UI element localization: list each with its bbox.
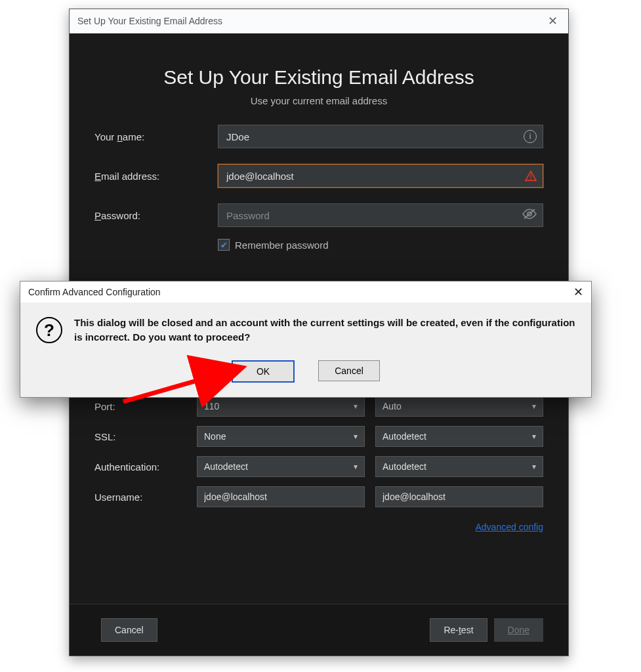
email-label: Email address:: [94, 171, 218, 182]
page-subtitle: Use your current email address: [70, 95, 568, 106]
incoming-ssl-select[interactable]: None▾: [197, 426, 365, 447]
name-label: Your name:: [94, 131, 218, 142]
port-label: Port:: [94, 401, 186, 412]
cancel-button[interactable]: Cancel: [318, 360, 380, 381]
incoming-username-input[interactable]: [197, 486, 365, 507]
heading-block: Set Up Your Existing Email Address Use y…: [70, 66, 568, 106]
remember-password-checkbox[interactable]: ✔: [218, 239, 230, 251]
outgoing-username-input[interactable]: [375, 486, 543, 507]
password-label: Password:: [94, 210, 218, 221]
email-input[interactable]: [218, 164, 543, 188]
password-input[interactable]: [218, 203, 543, 227]
close-icon[interactable]: ✕: [573, 285, 583, 299]
chevron-down-icon: ▾: [354, 462, 358, 471]
incoming-auth-select[interactable]: Autodetect▾: [197, 456, 365, 477]
ssl-label: SSL:: [94, 431, 186, 442]
close-icon[interactable]: ✕: [545, 14, 560, 28]
dialog-titlebar: Confirm Advanced Configuration ✕: [20, 282, 591, 303]
ok-button[interactable]: OK: [232, 360, 295, 383]
done-button: Done: [494, 618, 543, 642]
page-title: Set Up Your Existing Email Address: [70, 66, 568, 89]
chevron-down-icon: ▾: [354, 402, 358, 411]
incoming-port-select[interactable]: 110▾: [197, 396, 365, 417]
titlebar: Set Up Your Existing Email Address ✕: [70, 9, 568, 33]
question-icon: ?: [36, 317, 62, 343]
confirm-dialog: Confirm Advanced Configuration ✕ ? This …: [20, 281, 592, 398]
svg-rect-1: [530, 178, 531, 180]
chevron-down-icon: ▾: [532, 462, 536, 471]
chevron-down-icon: ▾: [532, 402, 536, 411]
retest-button[interactable]: Re-test: [430, 618, 487, 642]
cancel-button[interactable]: Cancel: [101, 618, 157, 642]
remember-password-label: Remember password: [235, 240, 329, 251]
eye-off-icon[interactable]: [522, 208, 537, 222]
remember-password-row: ✔ Remember password: [218, 239, 543, 251]
name-input[interactable]: [218, 125, 543, 148]
window-title: Set Up Your Existing Email Address: [77, 16, 222, 26]
outgoing-ssl-select[interactable]: Autodetect▾: [375, 426, 543, 447]
dialog-message: This dialog will be closed and an accoun…: [74, 316, 575, 345]
warning-icon: [525, 171, 537, 181]
outgoing-auth-select[interactable]: Autodetect▾: [375, 456, 543, 477]
dialog-title: Confirm Advanced Configuration: [28, 287, 161, 297]
chevron-down-icon: ▾: [532, 432, 536, 441]
footer: Cancel Re-test Done: [70, 604, 568, 656]
info-icon[interactable]: i: [524, 130, 537, 143]
outgoing-port-select[interactable]: Auto▾: [375, 396, 543, 417]
username-label: Username:: [94, 492, 186, 503]
chevron-down-icon: ▾: [354, 432, 358, 441]
auth-label: Authentication:: [94, 461, 186, 472]
advanced-config-link[interactable]: Advanced config: [475, 522, 543, 532]
svg-rect-0: [530, 175, 531, 178]
